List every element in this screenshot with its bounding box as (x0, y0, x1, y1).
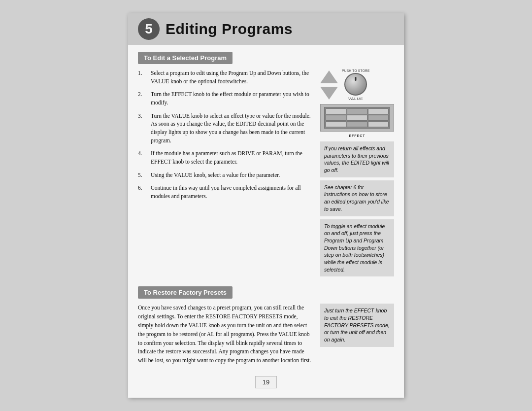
sidebar-note-2: See chapter 6 for instructions on how to… (320, 180, 394, 216)
steps-column: 1. Select a program to edit using the Pr… (138, 69, 313, 279)
page-header: 5 Editing Programs (128, 13, 404, 45)
step-3-text: Turn the VALUE knob to select an effect … (151, 112, 313, 145)
page-number-area: 19 (128, 376, 404, 395)
effect-label: EFFECT (349, 134, 365, 137)
section2-content: Once you have saved changes to a preset … (128, 304, 404, 371)
chapter-number: 5 (138, 18, 160, 40)
arrow-down-icon (320, 87, 338, 100)
step-5-num: 5. (138, 171, 147, 179)
value-knob-label: VALUE (348, 97, 364, 101)
page: 5 Editing Programs To Edit a Selected Pr… (128, 13, 404, 398)
step-1: 1. Select a program to edit using the Pr… (138, 69, 313, 85)
step-2-num: 2. (138, 90, 147, 106)
value-knob-col: PUSH TO STORE VALUE (342, 69, 370, 101)
step-6-num: 6. (138, 184, 147, 200)
arrows-icon (320, 70, 338, 100)
push-to-store-label: PUSH TO STORE (342, 69, 370, 72)
step-4-text: If the module has a parameter such as DR… (151, 149, 313, 166)
step-3-num: 3. (138, 112, 147, 145)
step-1-text: Select a program to edit using the Progr… (151, 69, 313, 85)
section2-body-col: Once you have saved changes to a preset … (138, 304, 313, 371)
section2-right-col: Just turn the EFFECT knob to exit the RE… (320, 304, 394, 371)
step-4-num: 4. (138, 149, 147, 166)
value-knob-icon (344, 73, 367, 96)
step-6: 6. Continue in this way until you have c… (138, 184, 313, 200)
sidebar-note-1: If you return all effects and parameters… (320, 141, 394, 177)
step-2: 2. Turn the EFFECT knob to the effect mo… (138, 90, 313, 106)
step-3: 3. Turn the VALUE knob to select an effe… (138, 112, 313, 145)
arrow-up-icon (320, 70, 338, 83)
step-4: 4. If the module has a parameter such as… (138, 149, 313, 166)
page-title: Editing Programs (166, 21, 293, 37)
page-number: 19 (255, 376, 277, 388)
step-5: 5. Using the VALUE knob, select a value … (138, 171, 313, 179)
step-5-text: Using the VALUE knob, select a value for… (151, 171, 313, 179)
step-2-text: Turn the EFFECT knob to the effect modul… (151, 90, 313, 106)
sidebar-note-4: Just turn the EFFECT knob to exit the RE… (320, 304, 394, 346)
arrows-knob-area: PUSH TO STORE VALUE (320, 69, 394, 101)
step-6-text: Continue in this way until you have comp… (151, 184, 313, 200)
right-column: PUSH TO STORE VALUE (320, 69, 394, 279)
effect-panel-icon (320, 104, 394, 132)
section2-body-text: Once you have saved changes to a preset … (138, 304, 313, 365)
section2-header: To Restore Factory Presets (138, 286, 233, 299)
steps-list: 1. Select a program to edit using the Pr… (138, 69, 313, 201)
section1-content: 1. Select a program to edit using the Pr… (128, 69, 404, 279)
sidebar-note-3: To toggle an effect module on and off, j… (320, 219, 394, 277)
section1-header: To Edit a Selected Program (138, 52, 233, 64)
step-1-num: 1. (138, 69, 147, 85)
effect-panel-inner (324, 107, 390, 128)
